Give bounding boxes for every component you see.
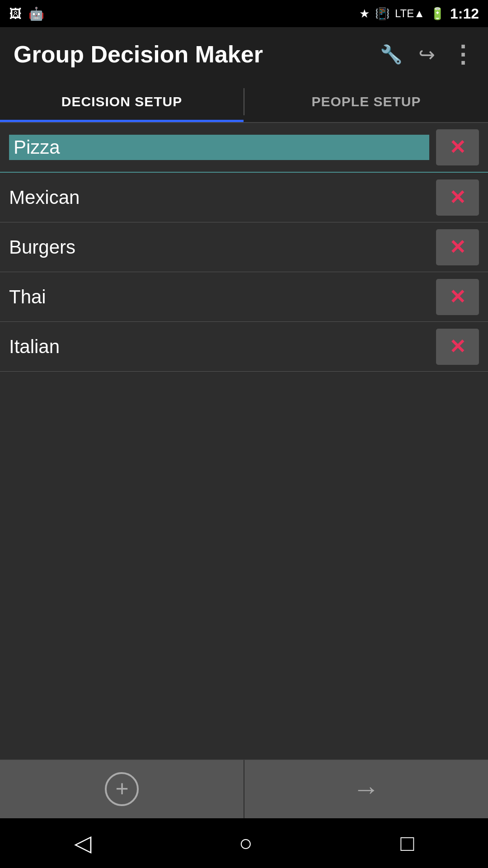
delete-button-thai[interactable]: ✕ [436,279,479,315]
list-item: Burgers ✕ [0,222,488,272]
nav-bar: ◁ ○ □ [0,818,488,868]
app-title: Group Decision Maker [14,41,371,68]
close-icon: ✕ [449,287,466,307]
list-item: Italian ✕ [0,322,488,372]
close-icon: ✕ [449,337,466,357]
star-icon: ★ [359,7,370,21]
app-bar: Group Decision Maker 🔧 ↩ ⋮ [0,27,488,81]
arrow-right-icon: → [353,774,380,805]
status-time: 1:12 [450,5,479,22]
signal-icon: LTE▲ [395,7,425,20]
tab-decision-setup[interactable]: DECISION SETUP [0,81,244,122]
android-icon: 🤖 [28,6,44,21]
tabs-container: DECISION SETUP PEOPLE SETUP [0,81,488,123]
add-circle-icon: + [105,772,139,806]
close-icon: ✕ [449,237,466,257]
decision-list: Pizza ✕ Mexican ✕ Burgers ✕ Thai ✕ Itali… [0,123,488,760]
list-item: Pizza ✕ [0,123,488,173]
decision-text-italian: Italian [9,336,429,358]
list-item: Mexican ✕ [0,173,488,222]
close-icon: ✕ [449,188,466,208]
delete-button-pizza[interactable]: ✕ [436,129,479,165]
decision-text-burgers: Burgers [9,236,429,258]
recents-nav-icon[interactable]: □ [400,830,414,856]
more-options-icon[interactable]: ⋮ [451,41,474,68]
decision-text-mexican: Mexican [9,187,429,208]
app-bar-icons: 🔧 ↩ ⋮ [380,41,474,68]
status-bar-right: ★ 📳 LTE▲ 🔋 1:12 [359,5,479,22]
undo-icon[interactable]: ↩ [418,43,435,66]
delete-button-burgers[interactable]: ✕ [436,229,479,265]
tab-people-setup[interactable]: PEOPLE SETUP [244,81,488,122]
wrench-icon[interactable]: 🔧 [380,44,403,65]
delete-button-mexican[interactable]: ✕ [436,179,479,216]
decision-text-pizza: Pizza [9,135,429,160]
back-nav-icon[interactable]: ◁ [74,830,91,856]
next-button[interactable]: → [244,760,488,818]
decision-text-thai: Thai [9,286,429,308]
bottom-bar: + → [0,760,488,818]
home-nav-icon[interactable]: ○ [239,830,253,856]
add-button[interactable]: + [0,760,244,818]
vibrate-icon: 📳 [375,7,389,21]
image-icon: 🖼 [9,6,22,21]
close-icon: ✕ [449,137,466,157]
delete-button-italian[interactable]: ✕ [436,329,479,365]
list-item: Thai ✕ [0,272,488,322]
battery-icon: 🔋 [430,7,445,21]
status-bar: 🖼 🤖 ★ 📳 LTE▲ 🔋 1:12 [0,0,488,27]
status-bar-left: 🖼 🤖 [9,6,44,21]
